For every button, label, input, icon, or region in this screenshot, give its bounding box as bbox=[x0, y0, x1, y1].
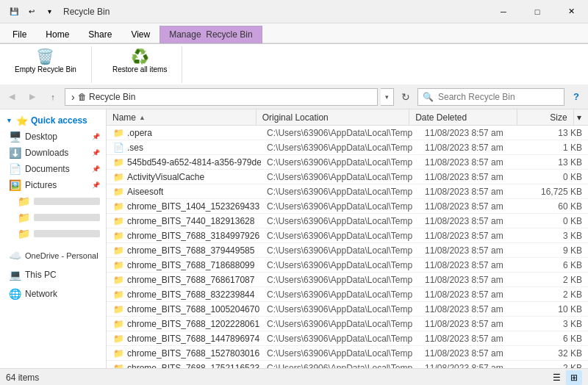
save-btn[interactable]: 💾 bbox=[6, 4, 22, 20]
table-row[interactable]: 📄 .ses C:\Users\63906\AppData\Local\Temp… bbox=[107, 140, 588, 155]
maximize-button[interactable]: □ bbox=[520, 0, 554, 24]
restore-all-btn[interactable]: ♻️ Restore all items bbox=[107, 46, 173, 76]
table-row[interactable]: 📁 ActivityVisualCache C:\Users\63906\App… bbox=[107, 170, 588, 184]
close-button[interactable]: ✕ bbox=[554, 0, 588, 24]
sidebar-item-onedrive[interactable]: ☁️ OneDrive - Personal bbox=[0, 248, 106, 264]
table-row[interactable]: 📁 chrome_BITS_7688_768617087 C:\Users\63… bbox=[107, 273, 588, 287]
file-date-cell: 11/08/2023 8:57 am bbox=[419, 331, 531, 346]
table-row[interactable]: 📁 chrome_BITS_7688_1005204670 C:\Users\6… bbox=[107, 302, 588, 317]
up-button[interactable]: ↑ bbox=[44, 88, 62, 106]
file-size-cell: 3 KB bbox=[531, 229, 588, 243]
tab-view[interactable]: View bbox=[121, 25, 159, 43]
file-name-cell: 📁 chrome_BITS_7688_379449585 bbox=[107, 243, 261, 258]
forward-button[interactable]: ▶ bbox=[24, 88, 41, 106]
large-icons-view-btn[interactable]: ⊞ bbox=[566, 370, 582, 385]
file-location-cell: C:\Users\63906\AppData\Local\Temp bbox=[261, 273, 419, 287]
help-button[interactable]: ? bbox=[567, 88, 585, 106]
file-location-cell: C:\Users\63906\AppData\Local\Temp bbox=[261, 361, 419, 369]
pinned1-label bbox=[34, 198, 100, 205]
file-icon: 📁 bbox=[112, 127, 124, 139]
table-row[interactable]: 📁 chrome_BITS_7688_718688099 C:\Users\63… bbox=[107, 258, 588, 273]
address-dropdown[interactable]: ▾ bbox=[381, 88, 394, 106]
sidebar-item-pinned3[interactable]: 📁 bbox=[0, 226, 106, 242]
sidebar-item-pinned2[interactable]: 📁 bbox=[0, 209, 106, 226]
sidebar-item-desktop[interactable]: 🖥️ Desktop 📌 bbox=[0, 129, 106, 145]
file-name-cell: 📁 chrome_BITS_7688_1447896974 bbox=[107, 331, 261, 346]
sidebar-item-documents[interactable]: 📄 Documents 📌 bbox=[0, 161, 106, 177]
table-row[interactable]: 📁 chrome_BITS_1404_1523269433 C:\Users\6… bbox=[107, 199, 588, 214]
table-row[interactable]: 📁 chrome_BITS_7440_182913628 C:\Users\63… bbox=[107, 214, 588, 229]
file-name-cell: 📁 545bd549-a652-4814-a356-979de... bbox=[107, 155, 261, 170]
address-path[interactable]: › 🗑 Recycle Bin bbox=[65, 88, 378, 106]
file-size-cell: 0 KB bbox=[531, 214, 588, 229]
file-date-cell: 11/08/2023 8:57 am bbox=[419, 170, 531, 184]
undo-btn[interactable]: ↩ bbox=[24, 4, 40, 20]
file-size-cell: 60 KB bbox=[531, 199, 588, 214]
documents-icon: 📄 bbox=[9, 163, 21, 175]
empty-recycle-bin-btn[interactable]: 🗑️ Empty Recycle Bin bbox=[9, 46, 82, 76]
path-text: Recycle Bin bbox=[89, 92, 135, 102]
status-item-count: 64 items bbox=[6, 373, 39, 383]
tab-file[interactable]: File bbox=[3, 25, 36, 43]
documents-label: Documents bbox=[25, 164, 90, 174]
file-list-body[interactable]: 📁 .opera C:\Users\63906\AppData\Local\Te… bbox=[107, 126, 588, 368]
table-row[interactable]: 📁 chrome_BITS_7688_1527803016 C:\Users\6… bbox=[107, 346, 588, 361]
thispc-icon: 💻 bbox=[9, 269, 21, 281]
file-name-cell: 📁 chrome_BITS_7688_1527803016 bbox=[107, 346, 261, 361]
pictures-icon: 🖼️ bbox=[9, 179, 21, 191]
tab-home[interactable]: Home bbox=[36, 25, 79, 43]
pinned3-label bbox=[34, 230, 100, 237]
sidebar-item-network[interactable]: 🌐 Network bbox=[0, 286, 106, 302]
table-row[interactable]: 📁 545bd549-a652-4814-a356-979de... C:\Us… bbox=[107, 155, 588, 170]
file-area: Name ▲ Original Location Date Deleted Si… bbox=[107, 109, 588, 368]
table-row[interactable]: 📁 chrome_BITS_7688_832239844 C:\Users\63… bbox=[107, 287, 588, 302]
col-header-more[interactable]: ▾ bbox=[574, 109, 588, 126]
quick-access-header[interactable]: ▾ ⭐ Quick access bbox=[0, 112, 106, 129]
qa-dropdown[interactable]: ▾ bbox=[41, 4, 57, 20]
file-icon: 📁 bbox=[112, 245, 124, 256]
sidebar-item-pinned1[interactable]: 📁 bbox=[0, 193, 106, 209]
col-header-size[interactable]: Size bbox=[517, 109, 573, 126]
table-row[interactable]: 📁 chrome_BITS_7688_1447896974 C:\Users\6… bbox=[107, 331, 588, 346]
folder-icon-3: 📁 bbox=[18, 228, 29, 240]
details-view-btn[interactable]: ☰ bbox=[548, 370, 564, 385]
search-input[interactable] bbox=[438, 92, 541, 102]
col-header-name[interactable]: Name ▲ bbox=[107, 109, 257, 126]
file-location-cell: C:\Users\63906\AppData\Local\Temp bbox=[261, 184, 419, 199]
file-location-cell: C:\Users\63906\AppData\Local\Temp bbox=[261, 214, 419, 229]
table-row[interactable]: 📁 chrome_BITS_7688_1202228061 C:\Users\6… bbox=[107, 317, 588, 331]
tab-share[interactable]: Share bbox=[79, 25, 121, 43]
col-header-location[interactable]: Original Location bbox=[257, 109, 409, 126]
file-date-cell: 11/08/2023 8:57 am bbox=[419, 346, 531, 361]
path-arrow: › bbox=[71, 91, 75, 103]
sidebar-item-thispc[interactable]: 💻 This PC bbox=[0, 267, 106, 283]
file-location-cell: C:\Users\63906\AppData\Local\Temp bbox=[261, 126, 419, 140]
file-name-cell: 📁 chrome_BITS_7688_3184997926 bbox=[107, 229, 261, 243]
tab-recycle-bin-tools[interactable]: Manage Recycle Bin bbox=[159, 26, 262, 43]
col-header-date[interactable]: Date Deleted bbox=[409, 109, 517, 126]
minimize-button[interactable]: ─ bbox=[487, 0, 520, 24]
ribbon: File Home Share View Manage Recycle Bin bbox=[0, 24, 588, 43]
sidebar-item-downloads[interactable]: ⬇️ Downloads 📌 bbox=[0, 145, 106, 161]
file-icon: 📁 bbox=[112, 303, 124, 315]
trash-icon: 🗑️ bbox=[36, 48, 54, 65]
back-button[interactable]: ◀ bbox=[3, 88, 21, 106]
table-row[interactable]: 📁 chrome_BITS_7688_379449585 C:\Users\63… bbox=[107, 243, 588, 258]
file-date-cell: 11/08/2023 8:57 am bbox=[419, 140, 531, 155]
title-bar: 💾 ↩ ▾ Recycle Bin ─ □ ✕ bbox=[0, 0, 588, 24]
file-date-cell: 11/08/2023 8:57 am bbox=[419, 126, 531, 140]
quick-access-arrow: ▾ bbox=[3, 115, 15, 126]
table-row[interactable]: 📁 chrome_BITS_7688_1752116523 C:\Users\6… bbox=[107, 361, 588, 368]
table-row[interactable]: 📁 Aiseesoft C:\Users\63906\AppData\Local… bbox=[107, 184, 588, 199]
table-row[interactable]: 📁 chrome_BITS_7688_3184997926 C:\Users\6… bbox=[107, 229, 588, 243]
downloads-pin: 📌 bbox=[92, 149, 100, 156]
refresh-button[interactable]: ↻ bbox=[397, 88, 415, 106]
table-row[interactable]: 📁 .opera C:\Users\63906\AppData\Local\Te… bbox=[107, 126, 588, 140]
search-box[interactable]: 🔍 bbox=[417, 88, 564, 106]
file-date-cell: 11/08/2023 8:57 am bbox=[419, 184, 531, 199]
file-date-cell: 11/08/2023 8:57 am bbox=[419, 287, 531, 302]
ribbon-tabs: File Home Share View Manage Recycle Bin bbox=[0, 24, 588, 43]
file-name-cell: 📁 chrome_BITS_7688_1202228061 bbox=[107, 317, 261, 331]
path-recycle-icon: 🗑 bbox=[78, 92, 87, 102]
sidebar-item-pictures[interactable]: 🖼️ Pictures 📌 bbox=[0, 177, 106, 193]
